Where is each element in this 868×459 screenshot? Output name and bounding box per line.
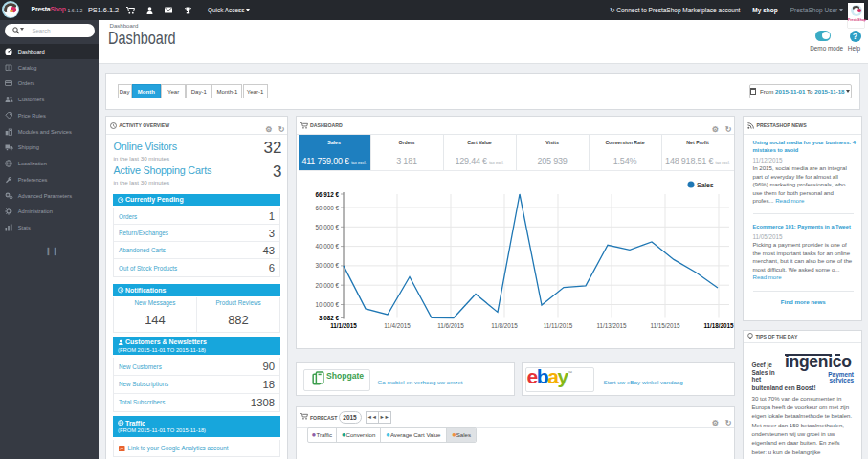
svg-text:11/18/2015: 11/18/2015 — [703, 322, 734, 329]
svg-text:3 082 €: 3 082 € — [318, 315, 339, 321]
svg-text:11/15/2015: 11/15/2015 — [650, 322, 680, 329]
svg-text:11/1/2015: 11/1/2015 — [330, 322, 357, 329]
svg-text:66 912 €: 66 912 € — [315, 191, 339, 198]
svg-text:20 000 €: 20 000 € — [315, 282, 339, 289]
svg-text:11/11/2015: 11/11/2015 — [543, 322, 572, 329]
svg-text:11/4/2015: 11/4/2015 — [384, 322, 411, 329]
svg-text:50 000 €: 50 000 € — [315, 224, 339, 230]
svg-text:40 000 €: 40 000 € — [315, 243, 339, 250]
svg-text:Sales: Sales — [697, 182, 714, 188]
svg-text:10 000 €: 10 000 € — [315, 301, 339, 308]
svg-text:11/13/2015: 11/13/2015 — [596, 322, 627, 329]
svg-text:30 000 €: 30 000 € — [315, 262, 339, 269]
svg-text:60 000 €: 60 000 € — [315, 205, 339, 211]
svg-text:11/8/2015: 11/8/2015 — [491, 322, 518, 329]
svg-text:11/6/2015: 11/6/2015 — [437, 322, 464, 329]
